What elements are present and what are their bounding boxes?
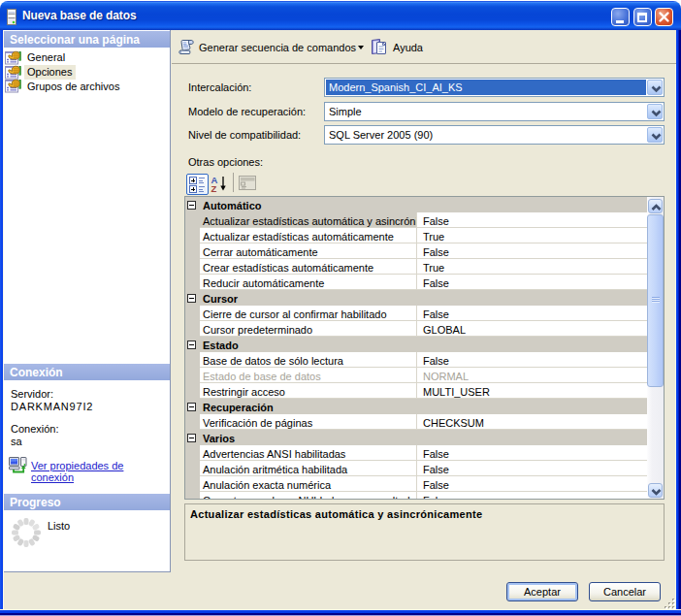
svg-text:Z: Z [211,183,217,194]
